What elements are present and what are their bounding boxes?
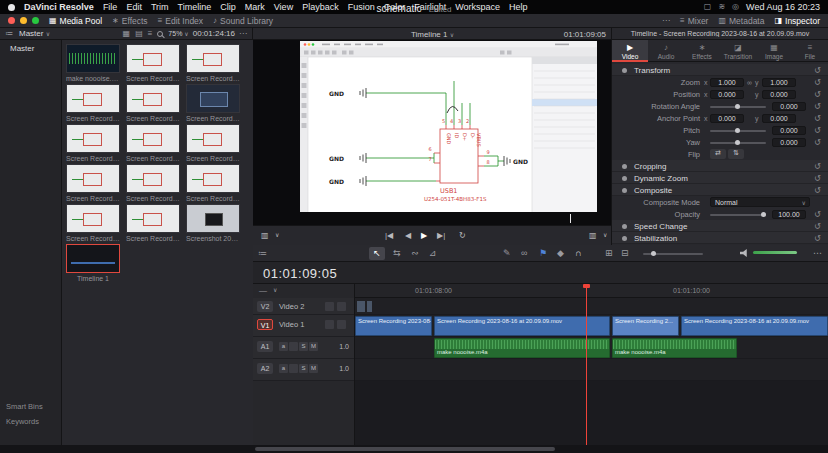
record-arm-toggle[interactable]: a: [279, 342, 288, 351]
auto-select-toggle[interactable]: [325, 302, 334, 311]
mute-toggle[interactable]: M: [309, 342, 318, 351]
viewer-canvas[interactable]: GND GND GND GND 5 4 3 2 6 7 9 8 GND ID D…: [300, 41, 597, 212]
edit-index-button[interactable]: ≡ Edit Index: [158, 16, 203, 26]
inspector-button[interactable]: ◨ Inspector: [774, 16, 820, 26]
section-cropping[interactable]: Cropping ↺: [612, 160, 828, 172]
yaw-slider[interactable]: [710, 142, 766, 144]
composite-mode-select[interactable]: Normal ∨: [710, 197, 810, 207]
track-header-v1[interactable]: V1 Video 1: [253, 315, 355, 337]
menu-file[interactable]: File: [103, 2, 118, 12]
sound-library-button[interactable]: ♪ Sound Library: [213, 16, 273, 26]
section-enable-toggle[interactable]: [622, 176, 627, 181]
viewer-scrub-position[interactable]: [570, 214, 571, 223]
rotation-field[interactable]: 0.000: [772, 102, 806, 111]
track-header-a2[interactable]: A2 a S M 1.0: [253, 359, 355, 381]
tab-image[interactable]: ▦Image: [756, 40, 792, 62]
timeline-selector[interactable]: Timeline 1 ∨: [411, 30, 454, 39]
track-badge[interactable]: V2: [257, 301, 273, 312]
step-back-button[interactable]: ◀: [405, 231, 411, 240]
wifi-icon[interactable]: ≋: [718, 3, 725, 11]
window-minimize-button[interactable]: [20, 17, 27, 24]
reset-icon[interactable]: ↺: [814, 210, 821, 219]
zoom-link-icon[interactable]: ∞: [747, 79, 752, 86]
solo-toggle[interactable]: S: [299, 364, 308, 373]
tab-effects[interactable]: ∗Effects: [684, 40, 720, 62]
window-zoom-button[interactable]: [32, 17, 39, 24]
track-level[interactable]: 1.0: [339, 343, 349, 350]
dynamic-trim-icon[interactable]: ∾: [411, 249, 419, 258]
media-pool-button[interactable]: ▦ Media Pool: [49, 16, 102, 26]
reset-icon[interactable]: ↺: [814, 174, 821, 183]
sidebar-bin-master[interactable]: Master: [10, 44, 34, 53]
playhead[interactable]: [586, 284, 587, 445]
section-enable-toggle[interactable]: [622, 188, 627, 193]
flip-horizontal-button[interactable]: ⇄: [710, 149, 726, 159]
snapping-icon[interactable]: ∩: [575, 249, 581, 258]
jump-to-start-button[interactable]: |◀: [385, 231, 393, 240]
section-enable-toggle[interactable]: [622, 68, 627, 73]
viewer-overlay-icon[interactable]: ▥: [589, 231, 597, 240]
video-clip[interactable]: Screen Recording 2...: [612, 316, 679, 336]
smart-bins-section[interactable]: Smart Bins: [6, 402, 43, 411]
zoom-out-icon[interactable]: ⊟: [621, 249, 629, 258]
track-level[interactable]: 1.0: [339, 365, 349, 372]
more-options-icon[interactable]: ⋯: [239, 30, 247, 38]
video-clip[interactable]: Screen Recording 2023-08-16 at 20.09.09.…: [434, 316, 610, 336]
media-clip[interactable]: Screen Recording ...: [66, 164, 120, 202]
anchor-y-field[interactable]: 0.000: [762, 114, 796, 123]
menubar-clock[interactable]: Wed Aug 16 20:23: [746, 2, 820, 12]
reset-icon[interactable]: ↺: [814, 78, 821, 87]
zoom-x-field[interactable]: 1.000: [710, 78, 744, 87]
menu-trim[interactable]: Trim: [151, 2, 169, 12]
play-button[interactable]: ▶: [421, 231, 427, 240]
section-enable-toggle[interactable]: [622, 224, 627, 229]
timeline-ruler[interactable]: 01:01:08:00 01:01:10:00: [355, 284, 828, 298]
flag-icon[interactable]: ⚑: [539, 249, 547, 258]
media-clip[interactable]: Screen Recording ...: [126, 164, 180, 202]
position-x-field[interactable]: 0.000: [710, 90, 744, 99]
more-options-icon[interactable]: ⋯: [662, 17, 670, 25]
search-icon[interactable]: [157, 31, 163, 37]
track-header-v2[interactable]: V2 Video 2: [253, 298, 355, 315]
razor-icon[interactable]: ⊿: [429, 249, 437, 258]
media-clip[interactable]: Screen Recording ...: [186, 44, 240, 82]
track-badge[interactable]: A1: [257, 341, 273, 352]
pen-icon[interactable]: ✎: [503, 249, 511, 258]
menu-view[interactable]: View: [274, 2, 293, 12]
jump-to-end-button[interactable]: ▶|: [437, 231, 445, 240]
scrollbar-thumb[interactable]: [255, 447, 555, 451]
media-clip[interactable]: Screen Recording ...: [66, 204, 120, 242]
zoom-y-field[interactable]: 1.000: [762, 78, 796, 87]
lock-track-toggle[interactable]: [337, 320, 346, 329]
media-clip-selected[interactable]: Timeline 1: [66, 244, 120, 282]
chevron-down-icon[interactable]: ∨: [603, 231, 607, 238]
timeline-options-icon[interactable]: ≔: [258, 249, 267, 258]
media-clip[interactable]: Screen Recording ...: [126, 124, 180, 162]
keywords-section[interactable]: Keywords: [6, 417, 39, 426]
auto-select-toggle[interactable]: [325, 320, 334, 329]
effects-button[interactable]: ∗ Effects: [112, 16, 148, 26]
audio-level-slider[interactable]: [753, 251, 797, 254]
reset-icon[interactable]: ↺: [814, 162, 821, 171]
reset-icon[interactable]: ↺: [814, 90, 821, 99]
zoom-in-icon[interactable]: ⊞: [605, 249, 613, 258]
menu-workspace[interactable]: Workspace: [455, 2, 500, 12]
control-center-icon[interactable]: ◎: [732, 3, 739, 11]
yaw-field[interactable]: 0.000: [772, 138, 806, 147]
grid-view-icon[interactable]: ▦: [123, 30, 131, 38]
bin-selector[interactable]: Master ∨: [19, 29, 50, 38]
rotation-slider[interactable]: [710, 106, 766, 108]
reset-icon[interactable]: ↺: [814, 114, 821, 123]
bin-options-icon[interactable]: ≔: [5, 30, 13, 38]
timeline-timecode[interactable]: 01:01:09:05: [263, 266, 337, 281]
solo-toggle[interactable]: S: [299, 342, 308, 351]
list-view-icon[interactable]: ≡: [148, 30, 153, 38]
tab-file[interactable]: ≡File: [792, 40, 828, 62]
opacity-slider[interactable]: [710, 214, 766, 216]
pitch-field[interactable]: 0.000: [772, 126, 806, 135]
reset-icon[interactable]: ↺: [814, 102, 821, 111]
tab-audio[interactable]: ♪Audio: [648, 40, 684, 62]
reset-icon[interactable]: ↺: [814, 126, 821, 135]
window-close-button[interactable]: [8, 17, 15, 24]
media-clip[interactable]: Screen Recording ...: [66, 124, 120, 162]
